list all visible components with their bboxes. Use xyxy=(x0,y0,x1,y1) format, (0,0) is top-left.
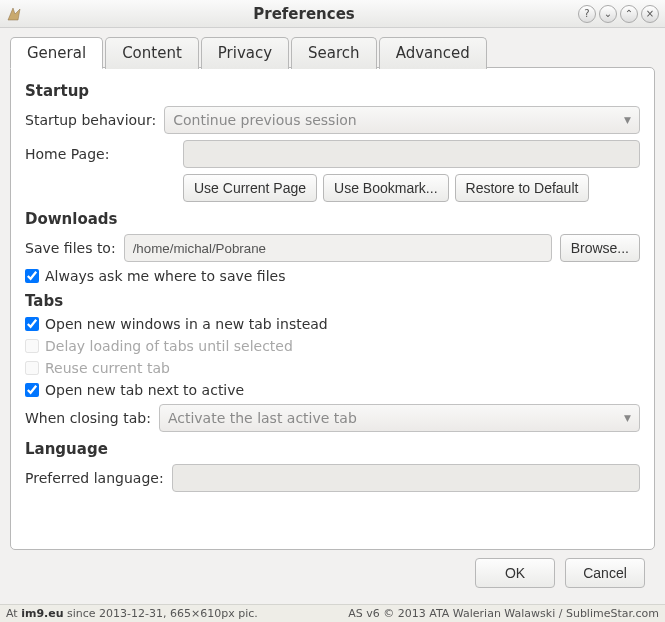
tab-advanced[interactable]: Advanced xyxy=(379,37,487,69)
window-title: Preferences xyxy=(30,5,578,23)
startup-behaviour-value: Continue previous session xyxy=(173,112,357,128)
reuse-current-label: Reuse current tab xyxy=(45,360,170,376)
row-home-page: Home Page: xyxy=(25,140,640,168)
when-closing-label: When closing tab: xyxy=(25,410,151,426)
always-ask-label: Always ask me where to save files xyxy=(45,268,285,284)
chevron-down-icon: ▼ xyxy=(624,115,631,125)
open-next-active-label: Open new tab next to active xyxy=(45,382,244,398)
tab-general[interactable]: General xyxy=(10,37,103,69)
tab-content[interactable]: Content xyxy=(105,37,199,69)
status-bar: At im9.eu since 2013-12-31, 665×610px pi… xyxy=(0,604,665,622)
status-left: At im9.eu since 2013-12-31, 665×610px pi… xyxy=(6,607,258,620)
section-downloads: Downloads xyxy=(25,210,640,228)
use-bookmark-button[interactable]: Use Bookmark... xyxy=(323,174,448,202)
always-ask-row: Always ask me where to save files xyxy=(25,268,640,284)
chevron-down-icon: ▼ xyxy=(624,413,631,423)
status-right: AS v6 © 2013 ATA Walerian Walawski / Sub… xyxy=(348,607,659,620)
delay-loading-row: Delay loading of tabs until selected xyxy=(25,338,640,354)
preferred-language-label: Preferred language: xyxy=(25,470,164,486)
tab-row: General Content Privacy Search Advanced xyxy=(10,36,655,68)
close-button[interactable]: × xyxy=(641,5,659,23)
restore-default-button[interactable]: Restore to Default xyxy=(455,174,590,202)
startup-behaviour-combo[interactable]: Continue previous session ▼ xyxy=(164,106,640,134)
when-closing-value: Activate the last active tab xyxy=(168,410,357,426)
window-controls: ? ⌄ ⌃ × xyxy=(578,5,659,23)
section-startup: Startup xyxy=(25,82,640,100)
open-new-windows-label: Open new windows in a new tab instead xyxy=(45,316,328,332)
when-closing-combo[interactable]: Activate the last active tab ▼ xyxy=(159,404,640,432)
browse-button[interactable]: Browse... xyxy=(560,234,640,262)
home-page-label: Home Page: xyxy=(25,146,175,162)
app-icon xyxy=(6,6,22,22)
row-preferred-language: Preferred language: xyxy=(25,464,640,492)
row-when-closing: When closing tab: Activate the last acti… xyxy=(25,404,640,432)
cancel-button[interactable]: Cancel xyxy=(565,558,645,588)
home-page-input[interactable] xyxy=(183,140,640,168)
tab-privacy[interactable]: Privacy xyxy=(201,37,289,69)
open-next-active-checkbox[interactable] xyxy=(25,383,39,397)
home-page-buttons: Use Current Page Use Bookmark... Restore… xyxy=(183,174,640,202)
startup-behaviour-label: Startup behaviour: xyxy=(25,112,156,128)
tab-search[interactable]: Search xyxy=(291,37,377,69)
row-save-files: Save files to: Browse... xyxy=(25,234,640,262)
row-startup-behaviour: Startup behaviour: Continue previous ses… xyxy=(25,106,640,134)
minimize-button[interactable]: ⌄ xyxy=(599,5,617,23)
use-current-page-button[interactable]: Use Current Page xyxy=(183,174,317,202)
save-files-label: Save files to: xyxy=(25,240,116,256)
save-files-input[interactable] xyxy=(124,234,552,262)
reuse-current-row: Reuse current tab xyxy=(25,360,640,376)
delay-loading-label: Delay loading of tabs until selected xyxy=(45,338,293,354)
reuse-current-checkbox xyxy=(25,361,39,375)
section-language: Language xyxy=(25,440,640,458)
ok-button[interactable]: OK xyxy=(475,558,555,588)
dialog-buttons: OK Cancel xyxy=(10,550,655,596)
always-ask-checkbox[interactable] xyxy=(25,269,39,283)
open-new-windows-row: Open new windows in a new tab instead xyxy=(25,316,640,332)
tab-container: General Content Privacy Search Advanced … xyxy=(10,36,655,550)
titlebar: Preferences ? ⌄ ⌃ × xyxy=(0,0,665,28)
section-tabs: Tabs xyxy=(25,292,640,310)
help-button[interactable]: ? xyxy=(578,5,596,23)
open-new-windows-checkbox[interactable] xyxy=(25,317,39,331)
delay-loading-checkbox xyxy=(25,339,39,353)
preferred-language-input[interactable] xyxy=(172,464,640,492)
content-area: General Content Privacy Search Advanced … xyxy=(0,28,665,604)
maximize-button[interactable]: ⌃ xyxy=(620,5,638,23)
open-next-active-row: Open new tab next to active xyxy=(25,382,640,398)
tab-body-general: Startup Startup behaviour: Continue prev… xyxy=(10,67,655,550)
